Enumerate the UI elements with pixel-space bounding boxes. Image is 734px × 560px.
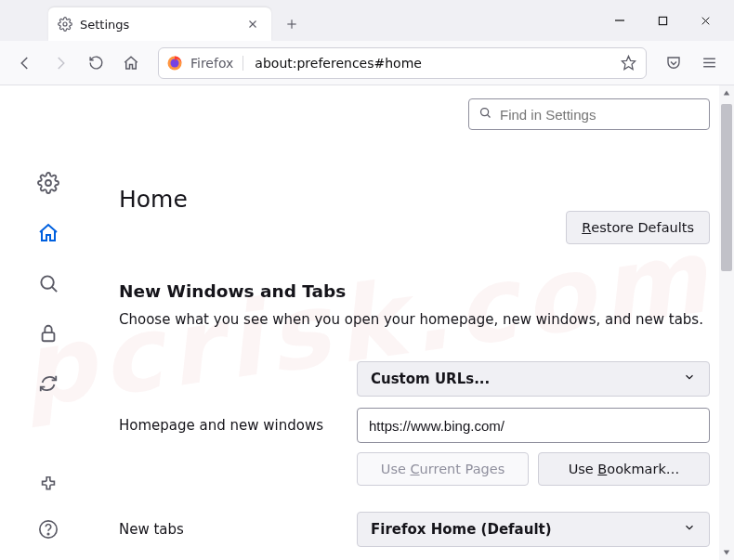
settings-sidebar (0, 85, 97, 560)
svg-rect-6 (659, 17, 666, 24)
svg-point-0 (63, 22, 67, 26)
gear-icon (58, 17, 72, 32)
use-bookmark-button[interactable]: Use Bookmark… (538, 452, 710, 486)
svg-point-16 (41, 276, 53, 288)
homepage-url-input[interactable] (357, 408, 710, 443)
firefox-icon (166, 55, 183, 72)
homepage-label: Homepage and new windows (119, 417, 338, 434)
sidebar-extensions-icon[interactable] (36, 473, 60, 497)
svg-point-15 (46, 180, 51, 186)
back-button[interactable] (9, 47, 41, 79)
save-to-pocket-button[interactable] (658, 47, 689, 79)
sidebar-general-icon[interactable] (36, 171, 60, 195)
url-text: about:preferences#home (251, 56, 610, 71)
homepage-mode-value: Custom URLs... (371, 371, 490, 387)
home-button[interactable] (115, 47, 147, 79)
close-tab-icon[interactable] (243, 15, 262, 33)
sidebar-privacy-icon[interactable] (36, 321, 60, 345)
navigation-toolbar: Firefox about:preferences#home (0, 41, 734, 85)
chevron-down-icon (683, 371, 696, 387)
forward-button[interactable] (45, 47, 76, 79)
newtabs-label: New tabs (119, 521, 338, 538)
homepage-mode-select[interactable]: Custom URLs... (357, 361, 710, 397)
svg-marker-11 (622, 56, 635, 69)
sidebar-sync-icon[interactable] (36, 371, 60, 396)
sidebar-help-icon[interactable] (36, 517, 60, 541)
tab-label: Settings (80, 18, 236, 32)
svg-line-17 (51, 286, 56, 291)
section-title: New Windows and Tabs (119, 281, 710, 301)
app-menu-button[interactable] (693, 47, 725, 79)
tab-bar: Settings (0, 0, 734, 41)
browser-tab-settings[interactable]: Settings (48, 7, 271, 41)
svg-rect-18 (43, 332, 55, 341)
svg-point-20 (47, 533, 48, 534)
page-title: Home (119, 186, 710, 213)
bookmark-star-icon[interactable] (618, 53, 638, 73)
identity-label: Firefox (190, 56, 243, 71)
search-icon (478, 106, 492, 123)
newtabs-select[interactable]: Firefox Home (Default) (357, 512, 710, 547)
newtabs-value: Firefox Home (Default) (371, 521, 552, 538)
sidebar-home-icon[interactable] (36, 221, 60, 245)
sidebar-search-icon[interactable] (36, 271, 60, 295)
maximize-button[interactable] (641, 0, 684, 41)
section-description: Choose what you see when you open your h… (119, 310, 710, 330)
scrollbar[interactable] (719, 85, 734, 560)
svg-marker-24 (724, 551, 729, 555)
minimize-button[interactable] (598, 0, 641, 41)
find-in-settings-input[interactable] (500, 107, 700, 123)
svg-line-22 (487, 114, 490, 117)
restore-defaults-button[interactable]: Restore Defaults (566, 211, 710, 244)
reload-button[interactable] (80, 47, 111, 79)
close-window-button[interactable] (684, 0, 727, 41)
url-bar[interactable]: Firefox about:preferences#home (158, 47, 647, 79)
chevron-down-icon (683, 521, 696, 538)
find-in-settings[interactable] (468, 98, 710, 130)
settings-main: Home Restore Defaults New Windows and Ta… (97, 85, 734, 560)
new-tab-button[interactable] (277, 9, 307, 39)
window-controls (598, 0, 727, 41)
use-current-pages-button[interactable]: Use Current Pages (357, 452, 529, 486)
restore-defaults-label: estore Defaults (591, 220, 694, 235)
scrollbar-thumb[interactable] (721, 104, 732, 271)
svg-marker-23 (724, 91, 729, 96)
